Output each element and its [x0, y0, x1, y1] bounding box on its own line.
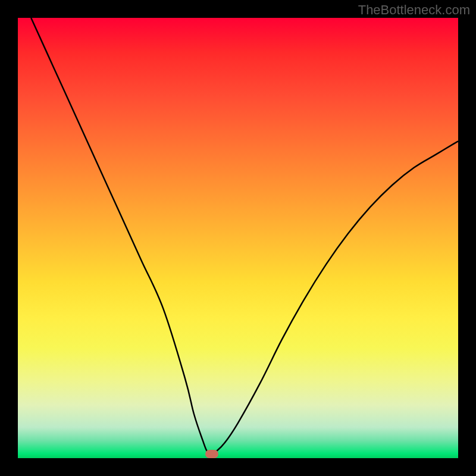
chart-plot-area [18, 18, 458, 458]
bottleneck-curve [31, 18, 458, 454]
optimum-marker [205, 450, 218, 458]
curve-svg [18, 18, 458, 458]
watermark-text: TheBottleneck.com [358, 2, 470, 18]
